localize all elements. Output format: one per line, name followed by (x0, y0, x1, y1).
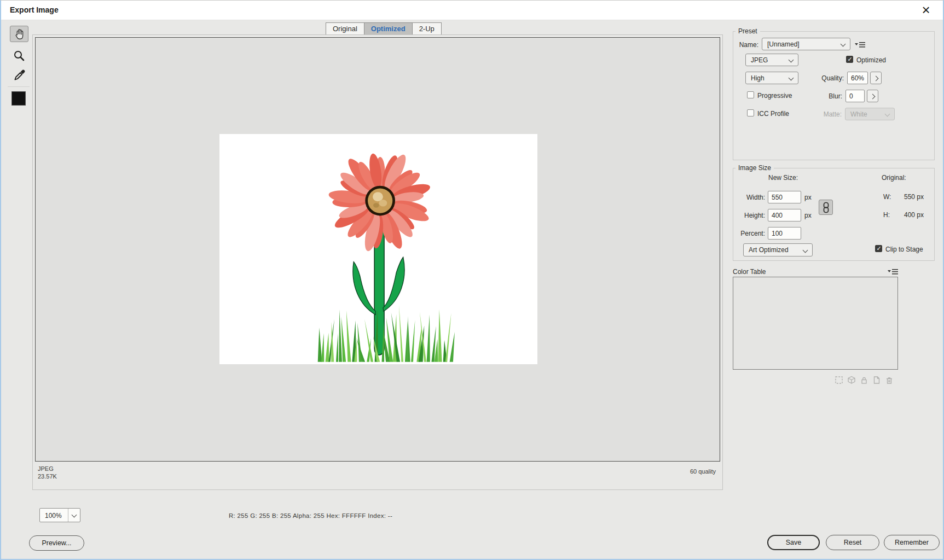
width-input[interactable]: 550 (768, 191, 801, 203)
reset-button[interactable]: Reset (826, 535, 879, 550)
zoom-tool-button[interactable] (12, 49, 26, 63)
matte-value: White (850, 110, 867, 118)
clip-to-stage-label: Clip to Stage (885, 246, 923, 253)
preview-format-info: JPEG 23.57K (38, 465, 57, 480)
color-table-actions (835, 376, 894, 384)
clip-to-stage-checkbox[interactable] (875, 245, 882, 252)
format-select[interactable]: JPEG (745, 54, 798, 66)
preset-name-select[interactable]: [Unnamed] (762, 38, 850, 50)
color-table-menu-button[interactable] (888, 267, 898, 277)
format-value: JPEG (751, 56, 768, 64)
image-size-group-label: Image Size (735, 164, 774, 172)
original-h-label: H: (883, 211, 890, 219)
color-table-label: Color Table (733, 268, 766, 276)
save-button[interactable]: Save (767, 535, 820, 550)
chevron-down-icon (789, 75, 794, 81)
preset-name-label: Name: (723, 41, 758, 49)
scale-mode-select[interactable]: Art Optimized (743, 243, 813, 256)
preset-name-value: [Unnamed] (767, 40, 800, 48)
quality-stepper[interactable] (870, 72, 882, 84)
toolbar-divider (8, 86, 30, 87)
artboard (219, 134, 537, 364)
title-bar: Export Image × (1, 1, 943, 20)
magnifier-icon (13, 49, 26, 62)
width-label: Width: (729, 194, 765, 201)
panel-menu-icon (888, 268, 898, 275)
icc-profile-label: ICC Profile (757, 110, 789, 118)
chevron-down-icon (841, 42, 846, 47)
matte-color-swatch[interactable] (11, 91, 26, 106)
original-w-label: W: (883, 193, 891, 201)
quality-input[interactable]: 60% (847, 72, 868, 84)
preset-menu-button[interactable] (855, 40, 865, 50)
original-h-value: 400 px (893, 211, 924, 219)
blur-input[interactable]: 0 (845, 90, 865, 102)
chevron-down-icon (885, 112, 890, 117)
color-table-box (733, 277, 898, 370)
quality-preset-value: High (751, 74, 765, 82)
tab-optimized[interactable]: Optimized (364, 22, 413, 35)
eyedropper-tool-button[interactable] (12, 68, 26, 83)
delete-color-icon[interactable] (885, 376, 894, 384)
transparency-select-icon[interactable] (835, 376, 843, 384)
zoom-level-value: 100% (45, 512, 62, 520)
tab-original[interactable]: Original (326, 22, 364, 35)
hand-tool-button[interactable] (10, 26, 28, 42)
blur-stepper[interactable] (867, 90, 878, 102)
preview-pane: JPEG 23.57K 60 quality (32, 34, 723, 490)
pixel-readout: R: 255 G: 255 B: 255 Alpha: 255 Hex: FFF… (229, 512, 392, 519)
constrain-proportions-button[interactable] (819, 200, 833, 215)
panel-menu-icon (855, 41, 865, 48)
progressive-checkbox[interactable] (747, 91, 754, 98)
chevron-down-icon (789, 57, 794, 63)
quality-preset-select[interactable]: High (745, 72, 798, 84)
preview-format: JPEG (38, 465, 57, 472)
preset-group-label: Preset (735, 27, 760, 35)
close-icon[interactable]: × (918, 2, 934, 18)
preview-quality-note: 60 quality (690, 468, 716, 475)
web-shift-cube-icon[interactable] (847, 376, 856, 384)
height-label: Height: (729, 212, 765, 219)
matte-label: Matte: (800, 110, 842, 118)
matte-select: White (845, 108, 895, 120)
new-size-label: New Size: (768, 174, 798, 182)
new-color-icon[interactable] (872, 376, 881, 384)
remember-button[interactable]: Remember (884, 535, 940, 550)
chain-link-icon (822, 202, 830, 213)
icc-profile-checkbox[interactable] (747, 109, 754, 116)
preview-filesize: 23.57K (38, 472, 57, 480)
zoom-level-select[interactable]: 100% (39, 508, 80, 522)
eyedropper-icon (13, 69, 26, 82)
chevron-down-icon (72, 512, 77, 518)
quality-label: Quality: (800, 74, 844, 82)
width-px-label: px (804, 194, 812, 201)
percent-input[interactable]: 100 (768, 227, 801, 240)
zoom-dropdown-button[interactable] (68, 509, 80, 522)
height-px-label: px (804, 212, 812, 219)
tab-2up[interactable]: 2-Up (413, 22, 442, 35)
chevron-down-icon (803, 248, 808, 253)
height-input[interactable]: 400 (768, 209, 801, 221)
dialog-title: Export Image (10, 5, 59, 14)
lock-color-icon[interactable] (860, 376, 868, 384)
preview-mode-tabs: Original Optimized 2-Up (326, 22, 442, 35)
preview-canvas[interactable] (35, 37, 720, 462)
percent-label: Percent: (723, 230, 765, 237)
original-size-label: Original: (882, 174, 906, 182)
hand-icon (13, 27, 26, 40)
preview-button[interactable]: Preview... (29, 535, 84, 551)
scale-mode-value: Art Optimized (749, 246, 789, 254)
original-w-value: 550 px (893, 193, 924, 201)
optimized-label: Optimized (856, 56, 886, 64)
blur-label: Blur: (800, 92, 842, 100)
export-image-dialog: Export Image × Original Optimized 2-Up (0, 0, 944, 560)
progressive-label: Progressive (757, 92, 792, 100)
optimized-checkbox[interactable] (846, 56, 853, 63)
flower-artwork (219, 134, 537, 364)
